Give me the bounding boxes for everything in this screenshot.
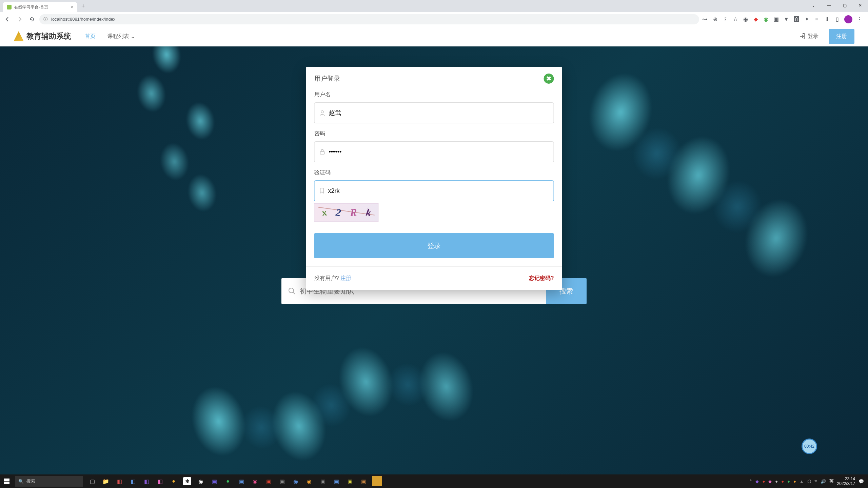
chevron-down-icon: ⌄ bbox=[131, 33, 135, 40]
modal-header: 用户登录 ✖ bbox=[306, 67, 562, 88]
toolbar-actions: ⊶ ⊕ ⇪ ☆ ◉ ◆ ◉ ▣ ▼ 🅰 ✦ ≡ ⬇ ▯ ⋮ bbox=[702, 15, 865, 23]
reload-button[interactable] bbox=[27, 15, 37, 24]
svg-point-2 bbox=[321, 111, 323, 113]
reading-list-icon[interactable]: ≡ bbox=[814, 16, 820, 22]
dna-graphic-2 bbox=[525, 46, 868, 313]
username-label: 用户名 bbox=[314, 91, 554, 98]
favicon-icon bbox=[7, 5, 12, 9]
modal-footer: 没有用户? 注册 忘记密码? bbox=[306, 266, 562, 290]
captcha-char-2: 2 bbox=[335, 206, 342, 219]
modal-body: 用户名 密码 验证码 bbox=[306, 88, 562, 266]
ext5-icon[interactable]: ▼ bbox=[783, 16, 789, 22]
browser-tab[interactable]: 在线学习平台-首页 × bbox=[3, 2, 77, 12]
bookmark-icon bbox=[319, 188, 325, 194]
zoom-icon[interactable]: ⊕ bbox=[712, 16, 718, 22]
window-controls: ⌄ — ▢ ✕ bbox=[806, 0, 868, 11]
dropdown-icon[interactable]: ⌄ bbox=[806, 0, 821, 11]
browser-toolbar: ⓘ localhost:8081/home/index/index ⊶ ⊕ ⇪ … bbox=[0, 12, 868, 26]
dna-graphic-1 bbox=[109, 46, 257, 274]
register-link[interactable]: 注册 bbox=[340, 275, 351, 281]
register-button[interactable]: 注册 bbox=[829, 29, 854, 44]
extensions-icon[interactable]: ✦ bbox=[804, 16, 810, 22]
svg-line-1 bbox=[293, 292, 295, 294]
site-header: 教育辅助系统 首页 课程列表 ⌄ 登录 注册 bbox=[0, 26, 868, 46]
forgot-password-link[interactable]: 忘记密码? bbox=[529, 275, 554, 282]
username-input[interactable] bbox=[329, 103, 549, 123]
login-modal: 用户登录 ✖ 用户名 密码 验证码 bbox=[306, 67, 562, 290]
ext1-icon[interactable]: ◉ bbox=[743, 16, 749, 22]
url-text: localhost:8081/home/index/index bbox=[51, 17, 115, 22]
share-icon[interactable]: ⇪ bbox=[722, 16, 728, 22]
no-account-text: 没有用户? bbox=[314, 275, 339, 281]
timer-badge[interactable]: 00:42 bbox=[802, 439, 817, 454]
nav-courses[interactable]: 课程列表 ⌄ bbox=[107, 33, 135, 40]
lock-icon bbox=[319, 149, 326, 155]
minimize-icon[interactable]: — bbox=[821, 0, 837, 11]
ext4-icon[interactable]: ▣ bbox=[773, 16, 779, 22]
login-submit-button[interactable]: 登录 bbox=[314, 233, 554, 258]
tab-title: 在线学习平台-首页 bbox=[14, 4, 48, 10]
modal-close-button[interactable]: ✖ bbox=[544, 74, 554, 84]
captcha-char-1: x bbox=[320, 206, 329, 219]
captcha-image[interactable]: x 2 R k bbox=[314, 203, 379, 222]
captcha-char-4: k bbox=[365, 206, 372, 219]
close-window-icon[interactable]: ✕ bbox=[852, 0, 868, 11]
login-label: 登录 bbox=[808, 33, 818, 40]
search-icon bbox=[288, 287, 296, 295]
user-icon bbox=[319, 110, 326, 116]
download-icon[interactable]: ⬇ bbox=[824, 16, 830, 22]
back-button[interactable] bbox=[3, 15, 12, 24]
password-label: 密码 bbox=[314, 130, 554, 137]
login-link[interactable]: 登录 bbox=[800, 33, 818, 40]
logo-icon bbox=[14, 31, 24, 41]
forward-button[interactable] bbox=[15, 15, 24, 24]
modal-title: 用户登录 bbox=[314, 74, 340, 83]
sidepanel-icon[interactable]: ▯ bbox=[834, 16, 840, 22]
dna-graphic-3 bbox=[157, 289, 496, 474]
site-info-icon[interactable]: ⓘ bbox=[43, 16, 48, 22]
new-tab-button[interactable]: + bbox=[81, 3, 85, 10]
ext3-icon[interactable]: ◉ bbox=[763, 16, 769, 22]
nav-courses-label: 课程列表 bbox=[107, 33, 129, 40]
browser-chrome: 在线学习平台-首页 × + ⌄ — ▢ ✕ ⓘ localhost:8081/h… bbox=[0, 0, 868, 26]
svg-point-0 bbox=[289, 288, 294, 293]
captcha-input[interactable] bbox=[328, 181, 549, 201]
nav-home[interactable]: 首页 bbox=[85, 33, 96, 40]
captcha-char-3: R bbox=[350, 206, 357, 219]
address-bar[interactable]: ⓘ localhost:8081/home/index/index bbox=[39, 14, 699, 24]
captcha-label: 验证码 bbox=[314, 169, 554, 176]
star-icon[interactable]: ☆ bbox=[732, 16, 738, 22]
login-icon bbox=[800, 33, 806, 39]
key-icon[interactable]: ⊶ bbox=[702, 16, 708, 22]
main-nav: 首页 课程列表 ⌄ bbox=[85, 33, 135, 40]
brand-name: 教育辅助系统 bbox=[26, 31, 71, 41]
ext2-icon[interactable]: ◆ bbox=[753, 16, 759, 22]
tab-close-icon[interactable]: × bbox=[71, 4, 73, 10]
password-input[interactable] bbox=[329, 142, 549, 162]
brand-logo[interactable]: 教育辅助系统 bbox=[14, 31, 71, 41]
svg-rect-3 bbox=[320, 151, 324, 154]
translate-icon[interactable]: 🅰 bbox=[793, 16, 800, 22]
menu-icon[interactable]: ⋮ bbox=[856, 16, 863, 22]
maximize-icon[interactable]: ▢ bbox=[837, 0, 852, 11]
profile-avatar-icon[interactable] bbox=[844, 15, 852, 23]
page-content: 教育辅助系统 首页 课程列表 ⌄ 登录 注册 基于 XXXXXXXXX bbox=[0, 26, 868, 474]
tab-bar: 在线学习平台-首页 × + ⌄ — ▢ ✕ bbox=[0, 0, 868, 12]
